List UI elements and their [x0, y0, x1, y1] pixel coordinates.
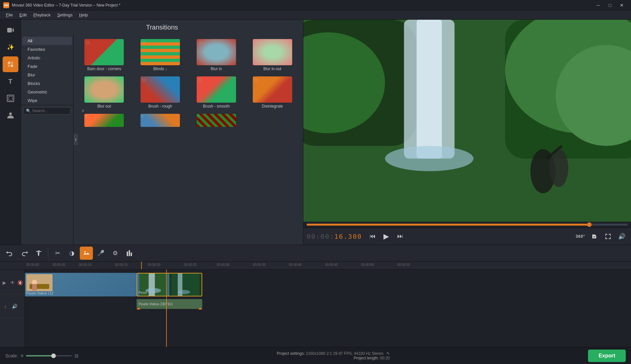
undo-button[interactable]	[3, 247, 16, 260]
menu-file[interactable]: File	[3, 11, 16, 19]
tool-text[interactable]: T	[3, 73, 18, 89]
lower-section: ✂ ◑ 🎤 ⚙ 00:00:00 00:00:05 00:00:10 00:00…	[0, 245, 631, 364]
category-geometric[interactable]: Geometric	[22, 88, 72, 96]
favorite-icon-blur-in[interactable]: ♡	[198, 40, 202, 46]
svg-point-10	[385, 146, 474, 171]
transition-blinds[interactable]: ♡ Blinds ↓	[132, 36, 188, 74]
image-filter-button[interactable]	[80, 247, 93, 260]
transition-partial-3[interactable]: ♡	[188, 111, 245, 130]
delete-button[interactable]	[32, 247, 45, 260]
skip-to-start-button[interactable]: ⏮	[367, 231, 379, 242]
color-button[interactable]: ◑	[65, 247, 78, 260]
collapse-panel-button[interactable]: ‹	[74, 134, 78, 145]
mute-track-icon[interactable]: 🔇	[17, 279, 23, 287]
progress-track[interactable]	[307, 224, 628, 226]
tracks-main[interactable]: Pexels Videos 112 Pexel	[25, 270, 631, 347]
play-button[interactable]: ▶	[381, 231, 392, 242]
menu-settings[interactable]: Settings	[54, 11, 76, 19]
video-clip-2[interactable]: Pexel	[137, 273, 202, 296]
transition-thumb-blinds: ♡	[141, 39, 180, 65]
volume-button[interactable]: 🔊	[616, 231, 628, 242]
favorite-icon-blur-inout[interactable]: ♡	[254, 40, 258, 46]
fullscreen-button[interactable]	[602, 231, 614, 242]
tool-transitions[interactable]	[3, 56, 18, 72]
music-icon[interactable]: ♪	[1, 302, 9, 310]
tool-overlay[interactable]	[3, 91, 18, 106]
category-wipe[interactable]: Wipe	[22, 96, 72, 105]
subtitle-track[interactable]: Pexels Videos 2307411	[137, 299, 202, 309]
settings-button[interactable]: ⚙	[109, 247, 122, 260]
transitions-grid-wrap: ‹ ♡ Barn door - corners ♡	[74, 34, 303, 245]
tool-video[interactable]	[3, 22, 18, 38]
search-input-wrap: 🔍 ✕	[24, 107, 71, 114]
ruler-mark-30: 00:00:30	[217, 263, 229, 267]
favorite-icon-partial-1[interactable]: ♡	[84, 114, 88, 118]
transition-brush-smooth[interactable]: ♡ Brush - smooth	[188, 74, 245, 111]
svg-point-32	[178, 290, 190, 294]
favorite-icon-brush-rough[interactable]: ♡	[142, 78, 146, 83]
mic-button[interactable]: 🎤	[94, 247, 107, 260]
progress-fill	[307, 224, 589, 226]
category-blur[interactable]: Blur	[22, 71, 72, 79]
favorite-icon-barn-door[interactable]: ♡	[86, 40, 90, 46]
minimize-button[interactable]: ─	[592, 0, 604, 10]
favorite-icon-disintegrate[interactable]: ♡	[254, 78, 258, 83]
eye-icon[interactable]: 👁	[9, 279, 16, 287]
track-controls: ▶ 👁 🔇 ♪ 🔊	[0, 270, 25, 347]
window-controls: ─ □ ✕	[592, 0, 628, 10]
category-favorites[interactable]: Favorites	[22, 45, 72, 53]
tool-person[interactable]	[3, 108, 18, 123]
export-button[interactable]: Export	[588, 350, 626, 362]
scale-slider-track[interactable]	[26, 355, 72, 356]
volume-track-icon[interactable]: 🔊	[11, 302, 18, 310]
project-settings-row: Project settings: 2160x1080 2:1 29.97 FP…	[277, 351, 390, 356]
category-fade[interactable]: Fade	[22, 62, 72, 71]
vr360-button[interactable]: 360°	[575, 231, 586, 242]
close-button[interactable]: ✕	[616, 0, 628, 10]
category-blocks[interactable]: Blocks	[22, 79, 72, 88]
edit-settings-icon[interactable]: ✎	[386, 351, 390, 356]
eq-button[interactable]	[123, 247, 136, 260]
transition-thumb-barn-door: ♡	[84, 39, 124, 65]
svg-rect-20	[129, 250, 130, 256]
menu-edit[interactable]: Edit	[16, 11, 30, 19]
ruler-mark-25: 00:00:25	[184, 263, 197, 267]
transition-brush-rough[interactable]: ♡ Brush - rough	[132, 74, 188, 111]
project-length-row: Project length: 00:20	[277, 356, 390, 360]
tool-magic[interactable]: ✨	[3, 39, 18, 55]
redo-button[interactable]	[18, 247, 31, 260]
transition-label-disintegrate: Disintegrate	[262, 104, 283, 109]
video-clip-1[interactable]: Pexels Videos 112	[25, 273, 137, 296]
scale-slider-thumb[interactable]	[51, 354, 56, 358]
preview-panel: 00:00:16.300 ⏮ ▶ ⏭ 360° 🔊	[303, 20, 631, 245]
transition-partial-2[interactable]: ♡	[132, 111, 188, 130]
category-all[interactable]: All	[22, 37, 72, 45]
menu-help[interactable]: Help	[76, 11, 91, 19]
project-info: Project settings: 2160x1080 2:1 29.97 FP…	[277, 351, 390, 360]
menu-playback[interactable]: Playback	[30, 11, 54, 19]
progress-thumb[interactable]	[587, 222, 592, 227]
ruler-mark-40: 00:00:40	[289, 263, 302, 267]
transition-disintegrate[interactable]: ♡ Disintegrate	[244, 74, 300, 111]
favorite-icon-brush-smooth[interactable]: ♡	[198, 78, 202, 83]
favorite-icon-blinds[interactable]: ♡	[142, 40, 146, 46]
transition-blur-in[interactable]: ♡ Blur in	[188, 36, 245, 74]
play-track-icon[interactable]: ▶	[1, 279, 8, 287]
scale-max-icon: ⊟	[75, 353, 78, 358]
left-toolbar: ✨ T	[0, 20, 21, 245]
transition-blur-out[interactable]: ♡ Blur out	[76, 74, 132, 111]
favorite-icon-partial-2[interactable]: ♡	[141, 114, 144, 118]
transition-blur-inout[interactable]: ♡ Blur in-out	[244, 36, 300, 74]
preview-progress[interactable]	[303, 222, 631, 228]
category-artistic[interactable]: Artistic	[22, 54, 72, 62]
favorite-icon-partial-3[interactable]: ♡	[197, 114, 200, 118]
transition-partial-1[interactable]: ♡	[76, 111, 132, 130]
favorite-icon-blur-out[interactable]: ♡	[86, 78, 90, 83]
export-frame-button[interactable]	[588, 231, 600, 242]
maximize-button[interactable]: □	[604, 0, 616, 10]
cut-button[interactable]: ✂	[51, 247, 64, 260]
scale-min-icon: ⊞	[21, 354, 23, 357]
skip-to-end-button[interactable]: ⏭	[394, 231, 406, 242]
timeline-area: 00:00:00 00:00:05 00:00:10 00:00:15 00:0…	[0, 262, 631, 347]
transition-barn-door[interactable]: ♡ Barn door - corners	[76, 36, 132, 74]
